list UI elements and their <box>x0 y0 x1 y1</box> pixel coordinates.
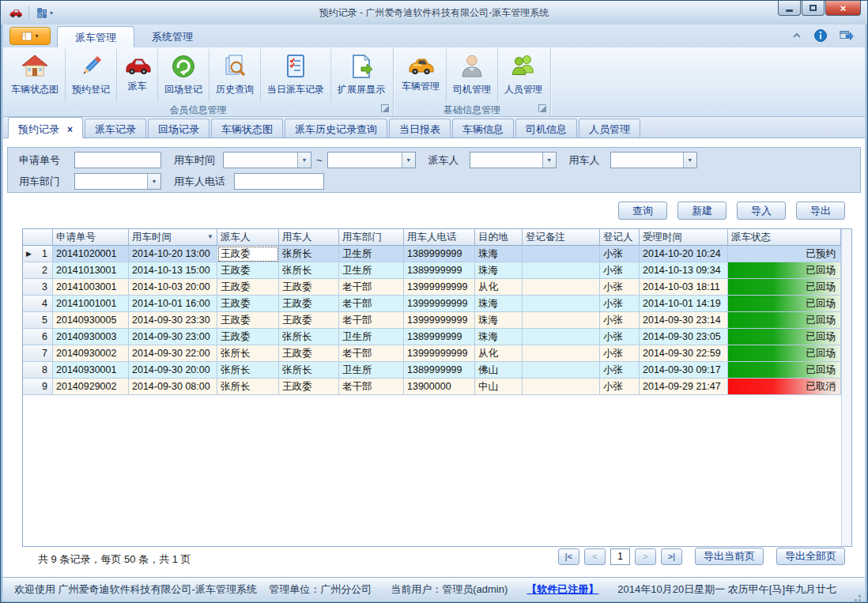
first-page-button[interactable]: |< <box>558 548 579 565</box>
table-cell[interactable]: 老干部 <box>339 345 404 362</box>
table-cell[interactable]: 2014-10-01 16:00 <box>129 296 217 312</box>
table-cell[interactable]: 20141013001 <box>53 262 129 279</box>
column-header[interactable]: 目的地 <box>475 229 523 246</box>
table-cell[interactable]: 王政委 <box>217 329 279 345</box>
create-button[interactable]: 新建 <box>677 202 726 220</box>
table-cell[interactable]: 王政委 <box>279 279 339 296</box>
table-cell[interactable]: 王政委 <box>279 296 339 312</box>
table-cell[interactable]: 小张 <box>600 379 640 395</box>
table-cell[interactable]: 已回场 <box>728 312 841 329</box>
ribbon-button-extended-screen[interactable]: 扩展屏显示 <box>331 49 391 102</box>
column-header[interactable]: 派车人 <box>217 229 279 246</box>
ribbon-tab-system[interactable]: 系统管理 <box>134 26 210 47</box>
maximize-button[interactable] <box>802 1 825 16</box>
doc-tab-history-query[interactable]: 派车历史记录查询 <box>285 119 387 138</box>
column-header[interactable]: 用车时间▼ <box>129 229 217 246</box>
doc-tab-vehicle-status-map[interactable]: 车辆状态图 <box>211 119 283 138</box>
table-cell[interactable]: 张所长 <box>217 379 279 395</box>
table-cell[interactable]: 王政委 <box>217 312 279 329</box>
table-cell[interactable]: 2014-09-30 09:17 <box>640 362 728 379</box>
table-cell[interactable]: 5 <box>23 312 53 329</box>
table-cell[interactable] <box>523 329 600 345</box>
table-cell[interactable]: 王政委 <box>217 262 279 279</box>
table-cell[interactable]: 王政委 <box>279 312 339 329</box>
ribbon-button-today-dispatch-records[interactable]: 当日派车记录 <box>261 49 331 102</box>
table-cell[interactable]: 张所长 <box>279 262 339 279</box>
ribbon-button-vehicle-management[interactable]: 车辆管理 <box>395 49 447 102</box>
table-cell[interactable]: 张所长 <box>217 362 279 379</box>
table-cell[interactable]: 1389999999 <box>404 246 475 262</box>
resize-grip[interactable] <box>859 595 861 597</box>
table-cell[interactable]: 20140930001 <box>53 362 129 379</box>
column-header[interactable]: 用车部门 <box>339 229 404 246</box>
table-cell[interactable]: 珠海 <box>475 296 523 312</box>
table-cell[interactable]: 中山 <box>475 379 523 395</box>
export-button[interactable]: 导出 <box>796 202 845 220</box>
table-cell[interactable]: 已回场 <box>728 362 841 379</box>
table-cell[interactable]: 20140930003 <box>53 329 129 345</box>
table-cell[interactable]: 从化 <box>475 345 523 362</box>
table-row[interactable]: 8201409300012014-09-30 20:00张所长张所长卫生所138… <box>23 362 851 379</box>
table-cell[interactable]: 张所长 <box>279 329 339 345</box>
table-cell[interactable]: 20141001001 <box>53 296 129 312</box>
ribbon-button-personnel-management[interactable]: 人员管理 <box>498 49 549 102</box>
table-cell[interactable]: 小张 <box>600 312 640 329</box>
table-cell[interactable]: 小张 <box>600 362 640 379</box>
dialog-launcher-icon[interactable] <box>538 104 546 112</box>
switch-window-button[interactable] <box>840 29 854 42</box>
doc-tab-personnel[interactable]: 人员管理 <box>579 119 640 138</box>
ribbon-button-reservation-register[interactable]: 预约登记 <box>66 49 117 102</box>
table-cell[interactable]: 13999999999 <box>404 279 475 296</box>
close-button[interactable]: × <box>825 1 861 16</box>
table-cell[interactable]: 2014-10-13 15:00 <box>129 262 217 279</box>
minimize-button[interactable] <box>778 1 801 16</box>
table-cell[interactable]: 2014-09-29 21:47 <box>640 379 728 395</box>
doc-tab-return-records[interactable]: 回场记录 <box>148 119 209 138</box>
table-cell[interactable]: 卫生所 <box>339 329 404 345</box>
table-cell[interactable]: 8 <box>23 362 53 379</box>
table-cell[interactable]: 珠海 <box>475 329 523 345</box>
table-cell[interactable]: 1389999999 <box>404 262 475 279</box>
table-cell[interactable]: 2014-10-03 20:00 <box>129 279 217 296</box>
vertical-scrollbar[interactable] <box>841 229 851 546</box>
table-cell[interactable]: 珠海 <box>475 312 523 329</box>
table-cell[interactable]: 2014-10-20 10:24 <box>640 246 728 262</box>
last-page-button[interactable]: >| <box>661 548 682 565</box>
table-cell[interactable]: 20140930005 <box>53 312 129 329</box>
table-cell[interactable]: 张所长 <box>279 362 339 379</box>
table-cell[interactable] <box>523 246 600 262</box>
combo-arrow-icon[interactable]: ▼ <box>147 174 160 189</box>
column-header[interactable]: 用车人 <box>279 229 339 246</box>
table-cell[interactable]: 小张 <box>600 246 640 262</box>
table-cell[interactable]: 2014-09-30 23:00 <box>129 329 217 345</box>
column-header[interactable]: 登记人 <box>600 229 640 246</box>
table-cell[interactable]: 20140929002 <box>53 379 129 395</box>
table-cell[interactable]: 13999999999 <box>404 296 475 312</box>
column-header[interactable]: 登记备注 <box>523 229 600 246</box>
table-row[interactable]: 6201409300032014-09-30 23:00王政委张所长卫生所138… <box>23 329 851 345</box>
table-cell[interactable]: 2014-10-13 09:34 <box>640 262 728 279</box>
use-time-to-combo[interactable]: ▼ <box>327 152 416 168</box>
table-cell[interactable]: 9 <box>23 379 53 395</box>
table-cell[interactable]: 4 <box>23 296 53 312</box>
user-phone-input[interactable] <box>234 173 324 190</box>
combo-arrow-icon[interactable]: ▼ <box>297 153 311 168</box>
ribbon-button-return-register[interactable]: 回场登记 <box>158 49 209 102</box>
ribbon-button-history-query[interactable]: 历史查询 <box>209 49 261 102</box>
table-cell[interactable]: 王政委 <box>217 279 279 296</box>
table-cell[interactable]: 张所长 <box>217 345 279 362</box>
request-no-input[interactable] <box>74 152 161 168</box>
doc-tab-vehicle-info[interactable]: 车辆信息 <box>452 119 514 138</box>
table-cell[interactable]: 3 <box>23 279 53 296</box>
ribbon-button-vehicle-status-map[interactable]: 车辆状态图 <box>5 49 66 102</box>
table-row[interactable]: 9201409290022014-09-30 08:00张所长王政委老干部139… <box>23 379 851 395</box>
doc-tab-daily-report[interactable]: 当日报表 <box>389 119 451 138</box>
table-cell[interactable]: 已回场 <box>728 296 841 312</box>
column-header[interactable]: 申请单号 <box>53 229 129 246</box>
table-cell[interactable]: 王政委 <box>279 345 339 362</box>
column-header[interactable] <box>23 229 53 246</box>
table-cell[interactable]: 张所长 <box>279 246 339 262</box>
table-cell[interactable]: 7 <box>23 345 53 362</box>
info-button[interactable] <box>814 29 827 42</box>
export-all-pages-button[interactable]: 导出全部页 <box>776 548 845 565</box>
